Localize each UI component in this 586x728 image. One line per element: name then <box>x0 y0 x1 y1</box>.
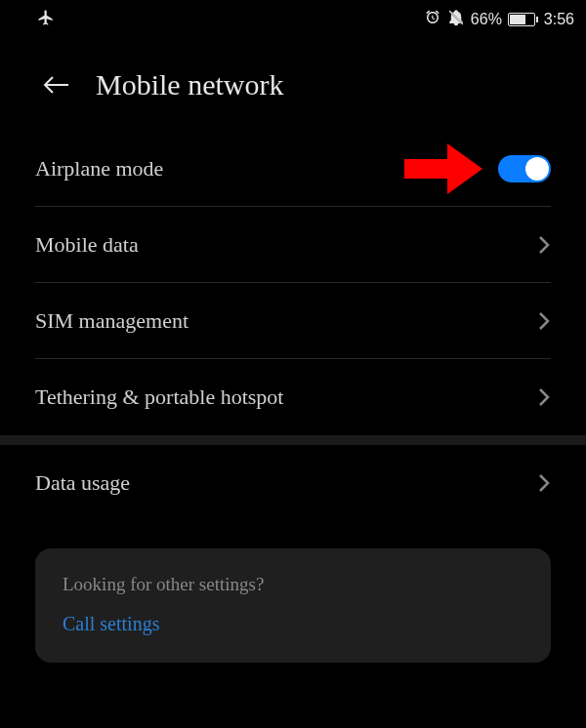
chevron-right-icon <box>537 234 551 256</box>
chevron-right-icon <box>537 310 551 332</box>
airplane-mode-toggle[interactable] <box>498 155 551 182</box>
footer-box: Looking for other settings? Call setting… <box>35 548 551 663</box>
setting-label: SIM management <box>35 308 188 334</box>
battery-icon <box>508 13 538 26</box>
status-left <box>12 9 55 30</box>
battery-percent: 66% <box>471 11 502 28</box>
status-right: 66% 3:56 <box>424 9 574 30</box>
page-title: Mobile network <box>96 68 283 101</box>
setting-data-usage[interactable]: Data usage <box>35 445 551 521</box>
setting-airplane-mode[interactable]: Airplane mode <box>35 131 551 207</box>
status-bar: 66% 3:56 <box>0 0 586 39</box>
header: Mobile network <box>0 39 586 131</box>
setting-label: Tethering & portable hotspot <box>35 384 283 410</box>
settings-list: Airplane mode Mobile data SIM management… <box>0 131 586 521</box>
setting-mobile-data[interactable]: Mobile data <box>35 207 551 283</box>
call-settings-link[interactable]: Call settings <box>63 613 523 635</box>
back-icon[interactable] <box>41 73 72 97</box>
alarm-icon <box>424 9 441 30</box>
status-time: 3:56 <box>544 11 574 28</box>
chevron-right-icon <box>537 472 551 494</box>
chevron-right-icon <box>537 386 551 408</box>
setting-label: Mobile data <box>35 232 139 258</box>
toggle-knob <box>525 157 549 181</box>
mute-icon <box>447 9 465 30</box>
setting-label: Data usage <box>35 470 130 496</box>
airplane-icon <box>37 9 55 30</box>
setting-sim-management[interactable]: SIM management <box>35 283 551 359</box>
setting-label: Airplane mode <box>35 156 163 182</box>
setting-tethering[interactable]: Tethering & portable hotspot <box>35 359 551 435</box>
annotation-arrow-icon <box>404 142 482 196</box>
section-divider <box>0 435 586 445</box>
footer-question: Looking for other settings? <box>63 574 523 595</box>
